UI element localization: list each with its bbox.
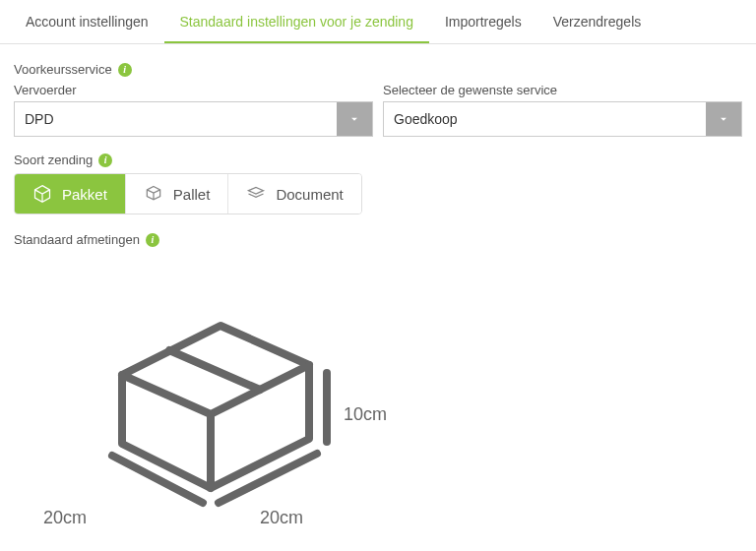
- pallet-icon: [144, 184, 163, 204]
- dimension-width: 20cm: [43, 508, 87, 528]
- carrier-select[interactable]: DPD: [14, 101, 373, 137]
- tab-account[interactable]: Account instellingen: [10, 0, 164, 43]
- settings-tabs: Account instellingen Standaard instellin…: [0, 0, 756, 44]
- carrier-value: DPD: [15, 102, 337, 136]
- box-icon: [32, 184, 52, 204]
- dimension-height: 10cm: [344, 404, 387, 425]
- dimension-length: 20cm: [260, 508, 303, 528]
- dimensions-text: Standaard afmetingen: [14, 232, 140, 247]
- tab-shipping-rules[interactable]: Verzendregels: [537, 0, 658, 43]
- service-select[interactable]: Goedkoop: [383, 101, 742, 137]
- chevron-down-icon: [337, 102, 372, 136]
- preferred-service-text: Voorkeursservice: [14, 62, 112, 77]
- document-icon: [246, 184, 266, 204]
- tab-default-shipment[interactable]: Standaard instellingen voor je zending: [164, 0, 429, 43]
- service-label: Selecteer de gewenste service: [383, 83, 742, 97]
- box-3d-icon: [83, 267, 339, 522]
- tab-import-rules[interactable]: Importregels: [429, 0, 537, 43]
- info-icon[interactable]: i: [118, 63, 132, 77]
- info-icon[interactable]: i: [98, 153, 112, 167]
- chevron-down-icon: [706, 102, 741, 136]
- carrier-label: Vervoerder: [14, 83, 373, 97]
- shipment-type-label: Soort zending i: [14, 153, 742, 167]
- service-value: Goedkoop: [384, 102, 706, 136]
- info-icon[interactable]: i: [146, 233, 159, 247]
- pakket-label: Pakket: [62, 186, 107, 203]
- dimensions-diagram: 10cm 20cm 20cm: [14, 257, 427, 551]
- shipment-type-pakket[interactable]: Pakket: [15, 174, 126, 214]
- dimensions-label: Standaard afmetingen i: [14, 232, 742, 247]
- document-label: Document: [276, 186, 343, 203]
- pallet-label: Pallet: [173, 186, 211, 203]
- preferred-service-label: Voorkeursservice i: [14, 62, 742, 77]
- shipment-type-pallet[interactable]: Pallet: [126, 174, 229, 214]
- shipment-type-group: Pakket Pallet Document: [14, 173, 362, 214]
- shipment-type-text: Soort zending: [14, 153, 93, 167]
- shipment-type-document[interactable]: Document: [228, 174, 360, 214]
